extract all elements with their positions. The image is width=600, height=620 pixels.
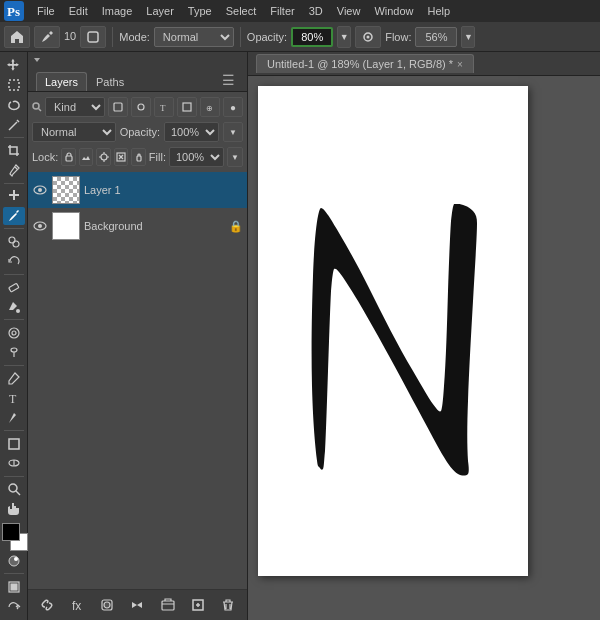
filter-smart-btn[interactable]: ⊕ [200,97,220,117]
link-layers-btn[interactable] [36,594,58,616]
airbrush-button[interactable] [355,26,381,48]
menu-help[interactable]: Help [421,3,458,19]
add-mask-btn[interactable] [96,594,118,616]
layer-opacity-select[interactable]: 100% 80% 50% [164,122,219,142]
tool-shape[interactable] [3,434,25,453]
filter-pixel-btn[interactable] [108,97,128,117]
canvas-tab-untitled[interactable]: Untitled-1 @ 189% (Layer 1, RGB/8) * × [256,54,474,73]
layer-visibility-background[interactable] [32,218,48,234]
filter-shape-btn[interactable] [177,97,197,117]
tool-marquee[interactable] [3,76,25,95]
add-group-btn[interactable] [157,594,179,616]
menu-file[interactable]: File [30,3,62,19]
flow-input[interactable] [415,27,457,47]
lock-all-btn[interactable] [131,148,146,166]
menu-view[interactable]: View [330,3,368,19]
tool-eraser[interactable] [3,278,25,297]
layer-name-background: Background [84,220,225,232]
mode-label: Mode: [119,31,150,43]
add-style-btn[interactable]: fx [66,594,88,616]
tool-hand[interactable] [3,499,25,518]
layer-opacity-dropdown[interactable]: ▼ [223,122,243,142]
tool-move[interactable] [3,56,25,75]
lock-artboard-btn[interactable] [114,148,129,166]
fill-label: Fill: [149,151,166,163]
tool-zoom[interactable] [3,480,25,499]
brush-settings-button[interactable] [80,26,106,48]
menu-layer[interactable]: Layer [139,3,181,19]
svg-point-23 [14,557,18,561]
blend-mode-select[interactable]: Normal Multiply Screen [32,122,116,142]
layer-visibility-layer1[interactable] [32,182,48,198]
kind-select[interactable]: Kind [45,97,105,117]
opacity-input[interactable] [291,27,333,47]
tool-brush[interactable] [3,207,25,226]
foreground-color[interactable] [2,523,20,541]
tool-separator-2 [4,183,24,184]
tool-eyedropper[interactable] [3,161,25,180]
tab-layers[interactable]: Layers [36,72,87,91]
panel-collapse-btn[interactable] [28,52,247,68]
brush-tool-button[interactable] [34,26,60,48]
menu-window[interactable]: Window [367,3,420,19]
tool-screen-mode[interactable] [3,577,25,596]
fill-dropdown[interactable]: ▼ [227,147,243,167]
menu-3d[interactable]: 3D [302,3,330,19]
opacity-dropdown-btn[interactable]: ▼ [337,26,351,48]
color-container [0,523,28,550]
lock-transparent-btn[interactable] [61,148,76,166]
panel-tabs: Layers Paths ☰ [28,68,247,92]
menu-select[interactable]: Select [219,3,264,19]
flow-dropdown-btn[interactable]: ▼ [461,26,475,48]
tool-separator-1 [4,137,24,138]
canvas-tab-close-btn[interactable]: × [457,59,463,70]
svg-rect-25 [11,584,17,590]
fill-select[interactable]: 100% [169,147,224,167]
canvas-drawing [258,86,528,576]
svg-point-11 [16,309,20,313]
canvas-surface[interactable] [258,86,528,576]
tab-paths[interactable]: Paths [87,72,133,91]
delete-layer-btn[interactable] [217,594,239,616]
svg-point-12 [9,328,19,338]
filter-text-btn[interactable]: T [154,97,174,117]
lock-image-btn[interactable] [79,148,94,166]
tool-paint-bucket[interactable] [3,298,25,317]
tool-wand[interactable] [3,115,25,134]
panel-menu-button[interactable]: ☰ [218,72,239,88]
tool-quick-mask[interactable] [3,552,25,571]
tool-blur[interactable] [3,323,25,342]
svg-point-14 [11,348,17,352]
menu-image[interactable]: Image [95,3,140,19]
tool-crop[interactable] [3,141,25,160]
tool-clone[interactable] [3,232,25,251]
tool-separator-4 [4,274,24,275]
tool-3d[interactable] [3,454,25,473]
tool-rotate-view[interactable] [3,597,25,616]
tool-history-brush[interactable] [3,252,25,271]
add-adjustment-btn[interactable] [126,594,148,616]
menu-type[interactable]: Type [181,3,219,19]
filter-more-btn[interactable]: ● [223,97,243,117]
tool-dodge[interactable] [3,343,25,362]
filter-adjust-btn[interactable] [131,97,151,117]
tool-separator-8 [4,476,24,477]
tool-pen[interactable] [3,369,25,388]
svg-rect-17 [9,439,19,449]
menu-edit[interactable]: Edit [62,3,95,19]
home-button[interactable] [4,26,30,48]
tool-lasso[interactable] [3,96,25,115]
add-layer-btn[interactable] [187,594,209,616]
canvas-wrapper [248,76,600,620]
mode-select[interactable]: Normal Multiply Screen [154,27,234,47]
svg-text:⊕: ⊕ [206,104,213,112]
opacity-row-label: Opacity: [120,126,160,138]
layer-row-background[interactable]: Background 🔒 [28,208,247,244]
tool-healing[interactable] [3,187,25,206]
layer-row-layer1[interactable]: Layer 1 [28,172,247,208]
tool-text[interactable]: T [3,389,25,408]
canvas-tab-title: Untitled-1 @ 189% (Layer 1, RGB/8) * [267,58,453,70]
lock-position-btn[interactable] [96,148,111,166]
menu-filter[interactable]: Filter [263,3,301,19]
tool-path-select[interactable] [3,408,25,427]
